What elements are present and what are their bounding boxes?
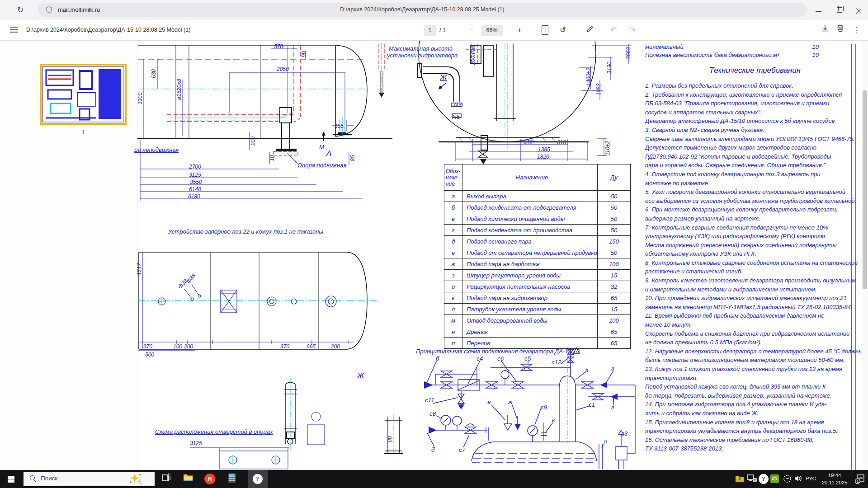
sch-label-c7: с7 bbox=[459, 446, 465, 453]
yandex-browser-active[interactable]: Y bbox=[248, 470, 268, 488]
tray-y-letter: Y bbox=[759, 474, 769, 484]
screen: ↻ mail.moltimilk.ru D:\архив 2024\Коробо… bbox=[0, 0, 868, 488]
sch-label-c1: с1 bbox=[589, 401, 595, 408]
reload-icon[interactable]: ↻ bbox=[15, 5, 25, 15]
print-icon[interactable] bbox=[835, 24, 846, 36]
sch-label-a: а bbox=[585, 367, 589, 374]
table-header-oboznachenie: Обоз- наче- ние bbox=[444, 164, 462, 191]
table-row: мОтвод деаэрированной воды100 bbox=[444, 315, 631, 326]
file-explorer-icon[interactable] bbox=[183, 473, 195, 485]
scrollbar-thumb[interactable] bbox=[863, 90, 867, 289]
dim: 3125 bbox=[189, 172, 201, 178]
dim: ø1620х8 bbox=[176, 79, 182, 100]
dim: 2700 bbox=[189, 164, 201, 170]
address-bar[interactable]: mail.moltimilk.ru D:\архив 2024\Коробов\… bbox=[38, 3, 807, 17]
label-n5: N5 bbox=[452, 113, 460, 120]
sch-label-p: п bbox=[604, 438, 607, 445]
tray-yandex-icon[interactable]: Y bbox=[759, 474, 771, 487]
dim: 2050 bbox=[277, 66, 289, 72]
sch-label-k: к bbox=[552, 417, 555, 423]
restore-button[interactable] bbox=[833, 5, 846, 15]
tray-clock[interactable]: 19:44 20.11.2025 bbox=[821, 472, 849, 486]
sch-label-c4: с4 bbox=[476, 355, 483, 362]
notification-center-icon[interactable]: 1 bbox=[854, 474, 867, 486]
yandex-letter: Я bbox=[204, 474, 215, 484]
dim: 1300 bbox=[137, 93, 143, 105]
param-label: минимальный bbox=[645, 43, 684, 51]
dim: 3125 bbox=[190, 440, 202, 446]
page-title: D:\архив 2024\Коробов\Деаэратор\ДА-15-10… bbox=[340, 6, 504, 13]
label-view-zh-title: Ж bbox=[357, 371, 364, 380]
thumbnail-page-number: 1 bbox=[40, 129, 127, 136]
param-label: Полезная вместимость бака деаэраторного,… bbox=[645, 52, 779, 59]
taskbar: Поиск Я Y bbox=[0, 470, 868, 488]
sch-label-c3: с3 bbox=[621, 430, 627, 437]
zoom-in-button[interactable]: + bbox=[514, 24, 525, 36]
task-view-icon[interactable] bbox=[161, 473, 174, 485]
dim: 85 bbox=[349, 155, 356, 161]
address-text: mail.moltimilk.ru bbox=[58, 6, 100, 13]
browser-titlebar: ↻ mail.moltimilk.ru D:\архив 2024\Коробо… bbox=[0, 0, 868, 20]
rotate-icon[interactable]: ↺ bbox=[557, 24, 569, 36]
dim: 1820 bbox=[537, 154, 549, 160]
tray-network-icon[interactable] bbox=[747, 474, 760, 487]
close-button[interactable] bbox=[852, 5, 865, 15]
table-header-du: Ду bbox=[598, 164, 631, 191]
tray-speaker-icon[interactable] bbox=[794, 474, 807, 487]
yandex-browser-icon[interactable]: Я bbox=[204, 474, 217, 486]
table-row: жПодвод пара на барботаж100 bbox=[444, 258, 631, 270]
sch-label-v: в bbox=[611, 365, 614, 372]
dim: 3550 bbox=[190, 179, 202, 185]
sch-label-b: б bbox=[436, 355, 439, 362]
draw-pen-icon[interactable] bbox=[584, 24, 596, 36]
sch-label-g: г bbox=[611, 404, 614, 411]
sch-label-c9: с9 bbox=[541, 404, 547, 411]
tray-download-folder-icon[interactable] bbox=[735, 474, 748, 487]
note-max-height-2: установки гидрозатвора bbox=[387, 52, 458, 59]
label-shema-otverstiy: Схема расположения отверстий в опорах bbox=[155, 428, 273, 435]
fit-page-icon[interactable]: ↕ bbox=[542, 25, 548, 35]
table-row: лПатрубок указателя уровня воды15 bbox=[444, 304, 631, 315]
zoom-out-button[interactable]: − bbox=[466, 24, 477, 36]
page-thumbnail[interactable] bbox=[40, 64, 127, 125]
page-number-input[interactable]: 1 bbox=[424, 25, 436, 36]
redo-icon[interactable]: ↷ bbox=[627, 24, 638, 36]
calculator-icon[interactable] bbox=[227, 473, 240, 485]
label-n3: N3 bbox=[454, 101, 462, 108]
dim: 200 bbox=[184, 343, 193, 350]
more-menu-icon[interactable]: ⋮ bbox=[851, 24, 863, 36]
menu-icon[interactable] bbox=[10, 27, 18, 33]
note-max-height-1: Максимальная высота bbox=[389, 45, 453, 52]
schematic-title: Принципиальная схема подключения деаэрат… bbox=[416, 348, 580, 355]
label-view-zh-arrow: Ж bbox=[440, 73, 447, 82]
start-button[interactable] bbox=[0, 470, 22, 488]
tray-date: 20.11.2025 bbox=[821, 479, 849, 486]
undo-icon[interactable]: ↶ bbox=[608, 24, 619, 36]
dim: 200 bbox=[250, 136, 256, 145]
table-row: кПодвод пара на гидрозатвор65 bbox=[444, 292, 631, 304]
notification-badge: 1 bbox=[857, 479, 859, 483]
zoom-level[interactable]: 66% bbox=[481, 25, 503, 36]
minimize-button[interactable] bbox=[812, 5, 826, 15]
y-browser-letter: Y bbox=[253, 474, 263, 484]
tray-language[interactable]: РУС bbox=[806, 476, 816, 481]
param-row: минимальный 10 bbox=[645, 43, 858, 51]
dim: 1317 bbox=[136, 263, 142, 276]
param-row: Полезная вместимость бака деаэраторного,… bbox=[645, 52, 858, 59]
tech-requirements-body: 1. Размеры без предельных отклонений для… bbox=[645, 81, 861, 453]
sch-label-c11: с11 bbox=[425, 397, 434, 404]
table-row: вПодвод химически очищенной воды50 bbox=[444, 213, 631, 225]
sch-label-c8: с8 bbox=[429, 410, 436, 417]
dim: 200max bbox=[470, 46, 476, 65]
dim: 6140 bbox=[189, 186, 201, 192]
thumbnail-sidebar: 1 bbox=[0, 41, 137, 470]
tray-time: 19:44 bbox=[821, 472, 849, 479]
sch-label-e: е bbox=[487, 399, 491, 405]
download-icon[interactable] bbox=[819, 24, 831, 36]
dim: 570 bbox=[274, 43, 283, 50]
dim: 6180 bbox=[188, 193, 200, 200]
param-value: 10 bbox=[812, 52, 819, 59]
taskbar-search[interactable]: Поиск bbox=[24, 472, 155, 486]
tray-nvidia-icon[interactable] bbox=[770, 474, 783, 487]
note-zapornoe: Устройство запорное поз.22 и кожух поз.1… bbox=[168, 228, 323, 235]
